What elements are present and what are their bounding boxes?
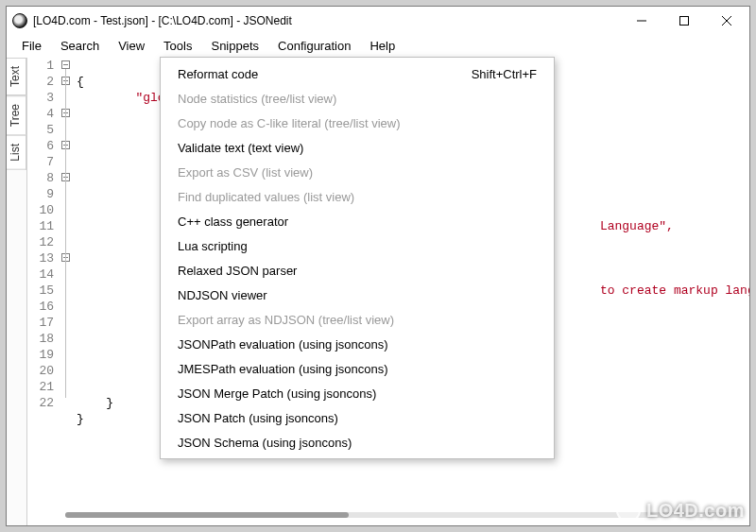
maximize-button[interactable] bbox=[662, 8, 705, 34]
menu-item-find-duplicated-values: Find duplicated values (list view) bbox=[161, 184, 554, 209]
code-line: "glo bbox=[106, 91, 164, 105]
menu-item-label: Lua scripting bbox=[178, 239, 537, 253]
menu-item-node-statistics: Node statistics (tree/list view) bbox=[161, 86, 554, 111]
menu-help[interactable]: Help bbox=[360, 36, 404, 56]
menu-item-export-csv: Export as CSV (list view) bbox=[161, 160, 554, 184]
menu-item-json-patch[interactable]: JSON Patch (using jsoncons) bbox=[161, 405, 554, 430]
menu-file[interactable]: File bbox=[12, 36, 51, 56]
code-line: { bbox=[77, 75, 84, 89]
line-number: 16 bbox=[27, 299, 54, 315]
watermark: LO4D.com bbox=[616, 498, 745, 523]
menu-item-label: JSON Patch (using jsoncons) bbox=[178, 411, 537, 425]
menu-item-label: NDJSON viewer bbox=[178, 288, 537, 302]
line-number: 17 bbox=[27, 315, 54, 331]
line-number: 15 bbox=[27, 283, 54, 299]
watermark-icon bbox=[616, 498, 641, 523]
code-line: } bbox=[77, 412, 84, 426]
line-number: 14 bbox=[27, 266, 54, 283]
menu-item-label: C++ class generator bbox=[178, 215, 537, 229]
menu-item-lua-scripting[interactable]: Lua scripting bbox=[161, 233, 554, 258]
code-line: Language", bbox=[600, 219, 674, 233]
menu-item-label: JSON Schema (using jsoncons) bbox=[178, 436, 537, 450]
line-number: 1 bbox=[27, 58, 54, 74]
side-tab-text[interactable]: Text bbox=[7, 58, 26, 95]
line-number: 19 bbox=[27, 347, 54, 363]
menu-search[interactable]: Search bbox=[51, 36, 109, 56]
menu-item-json-merge-patch[interactable]: JSON Merge Patch (using jsoncons) bbox=[161, 381, 554, 405]
menu-item-jsonpath-evaluation[interactable]: JSONPath evaluation (using jsoncons) bbox=[161, 332, 554, 356]
line-number: 2 bbox=[27, 74, 54, 90]
line-number: 6 bbox=[27, 138, 54, 154]
line-number: 18 bbox=[27, 331, 54, 347]
line-number: 20 bbox=[27, 363, 54, 379]
line-number: 9 bbox=[27, 186, 54, 202]
app-icon bbox=[12, 13, 27, 28]
side-tab-list[interactable]: List bbox=[7, 135, 26, 170]
menu-item-label: Node statistics (tree/list view) bbox=[178, 92, 537, 106]
line-number-gutter: 1 2 3 4 5 6 7 8 9 10 11 12 13 14 15 16 1 bbox=[27, 58, 60, 411]
minimize-button[interactable] bbox=[620, 8, 662, 34]
menu-item-label: JSONPath evaluation (using jsoncons) bbox=[178, 337, 537, 352]
menu-item-reformat-code[interactable]: Reformat code Shift+Ctrl+F bbox=[161, 61, 554, 86]
menu-item-relaxed-json-parser[interactable]: Relaxed JSON parser bbox=[161, 258, 554, 283]
scrollbar-thumb[interactable] bbox=[65, 512, 349, 518]
fold-toggle-icon[interactable] bbox=[61, 60, 70, 69]
menu-item-label: Relaxed JSON parser bbox=[178, 264, 537, 278]
menu-item-label: Reformat code bbox=[178, 67, 472, 81]
svg-rect-1 bbox=[679, 17, 688, 26]
menu-configuration[interactable]: Configuration bbox=[268, 36, 360, 56]
minimize-icon bbox=[637, 16, 646, 26]
menubar: File Search View Tools Snippets Configur… bbox=[7, 35, 749, 58]
menu-item-label: Find duplicated values (list view) bbox=[178, 190, 537, 204]
desktop-frame: [LO4D.com - Test.json] - [C:\LO4D.com] -… bbox=[0, 0, 756, 532]
line-number: 21 bbox=[27, 379, 54, 395]
line-number: 13 bbox=[27, 250, 54, 266]
menu-item-copy-node-c-literal: Copy node as C-like literal (tree/list v… bbox=[161, 111, 554, 135]
menu-item-json-schema[interactable]: JSON Schema (using jsoncons) bbox=[161, 430, 554, 455]
menu-item-export-ndjson: Export array as NDJSON (tree/list view) bbox=[161, 307, 554, 332]
menu-item-label: JMESPath evaluation (using jsoncons) bbox=[178, 362, 537, 376]
line-number: 10 bbox=[27, 202, 54, 218]
code-line: to create markup languages s bbox=[600, 283, 749, 298]
menu-item-label: Export as CSV (list view) bbox=[178, 165, 537, 180]
line-number: 7 bbox=[27, 154, 54, 170]
line-number: 12 bbox=[27, 234, 54, 250]
side-tabs: Text Tree List bbox=[7, 58, 27, 525]
menu-tools[interactable]: Tools bbox=[154, 36, 201, 56]
line-number: 8 bbox=[27, 170, 54, 186]
menu-item-label: JSON Merge Patch (using jsoncons) bbox=[178, 386, 537, 401]
titlebar[interactable]: [LO4D.com - Test.json] - [C:\LO4D.com] -… bbox=[7, 7, 749, 35]
tools-dropdown: Reformat code Shift+Ctrl+F Node statisti… bbox=[160, 57, 555, 459]
menu-item-jmespath-evaluation[interactable]: JMESPath evaluation (using jsoncons) bbox=[161, 356, 554, 381]
menu-item-label: Validate text (text view) bbox=[178, 141, 537, 155]
menu-item-validate-text[interactable]: Validate text (text view) bbox=[161, 135, 554, 160]
watermark-text: LO4D.com bbox=[646, 500, 745, 522]
menu-item-accelerator: Shift+Ctrl+F bbox=[472, 67, 537, 81]
menu-item-ndjson-viewer[interactable]: NDJSON viewer bbox=[161, 283, 554, 307]
maximize-icon bbox=[679, 16, 689, 26]
line-number: 3 bbox=[27, 90, 54, 106]
code-line: } bbox=[77, 396, 113, 410]
side-tab-tree[interactable]: Tree bbox=[7, 95, 26, 135]
line-number: 11 bbox=[27, 218, 54, 234]
line-number: 4 bbox=[27, 106, 54, 122]
app-window: [LO4D.com - Test.json] - [C:\LO4D.com] -… bbox=[6, 6, 750, 526]
window-title: [LO4D.com - Test.json] - [C:\LO4D.com] -… bbox=[33, 14, 292, 27]
close-icon bbox=[722, 16, 731, 26]
line-number: 22 bbox=[27, 395, 54, 411]
fold-guide bbox=[65, 69, 66, 398]
menu-item-label: Copy node as C-like literal (tree/list v… bbox=[178, 116, 537, 130]
close-button[interactable] bbox=[705, 8, 747, 34]
menu-snippets[interactable]: Snippets bbox=[201, 36, 268, 56]
line-number: 5 bbox=[27, 122, 54, 138]
menu-item-cpp-class-generator[interactable]: C++ class generator bbox=[161, 209, 554, 233]
menu-item-label: Export array as NDJSON (tree/list view) bbox=[178, 313, 537, 327]
menu-view[interactable]: View bbox=[109, 36, 154, 56]
